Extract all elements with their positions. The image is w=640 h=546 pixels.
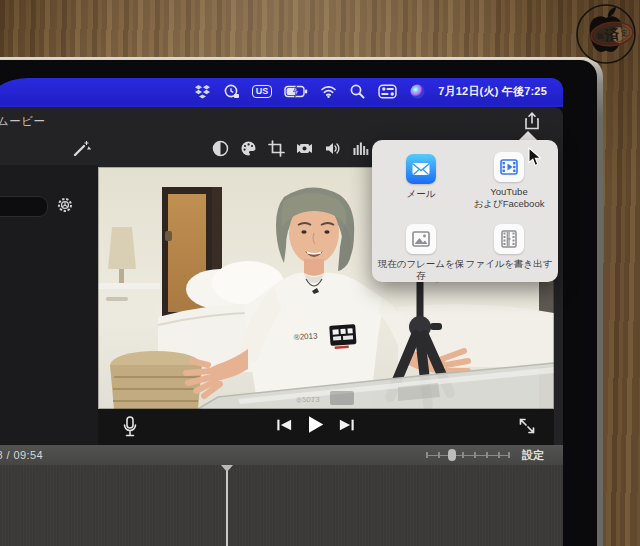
wifi-icon[interactable] [320, 83, 337, 100]
share-item-label: ファイルを書き出す [465, 258, 553, 270]
gear-icon[interactable] [56, 196, 74, 214]
stabilization-icon[interactable] [296, 140, 313, 157]
play-icon[interactable] [306, 415, 325, 434]
color-palette-icon[interactable] [240, 140, 257, 157]
enhance-wand-icon[interactable] [72, 139, 91, 158]
save-frame-icon [406, 224, 436, 254]
dropbox-icon[interactable] [194, 83, 211, 100]
share-button[interactable] [522, 111, 542, 131]
share-item-label: YouTube [490, 186, 527, 197]
siri-icon[interactable] [409, 83, 426, 100]
shirt-print-text: ®2013 [294, 331, 319, 342]
stamp-left: 鑑 [597, 32, 605, 40]
input-source-badge[interactable]: US [252, 85, 273, 98]
playback-bar [98, 409, 554, 445]
mail-icon [406, 154, 436, 184]
share-item-save-frame[interactable]: 現在のフレームを保存 [377, 224, 465, 282]
mic-icon[interactable] [122, 416, 138, 438]
share-item-label: 現在のフレームを保存 [377, 258, 465, 282]
timeline[interactable] [0, 465, 563, 546]
control-center-icon[interactable] [378, 83, 397, 100]
window-titlebar: ムービー [0, 107, 563, 134]
volume-icon[interactable] [324, 140, 341, 157]
clock-lock-icon[interactable] [223, 83, 240, 100]
previous-icon[interactable] [276, 418, 292, 432]
svg-text:®2013: ®2013 [296, 395, 320, 404]
playhead-line [226, 471, 228, 546]
menu-bar: US 7月12日(火) 午後7:25 [0, 78, 563, 105]
color-balance-icon[interactable] [212, 140, 229, 157]
settings-button[interactable]: 設定 [522, 448, 544, 463]
clip-zoom-slider[interactable] [426, 451, 510, 459]
crop-icon[interactable] [268, 140, 285, 157]
status-strip: 28 / 09:54 設定 [0, 445, 563, 465]
next-icon[interactable] [339, 418, 355, 432]
fullscreen-icon[interactable] [518, 417, 536, 435]
export-file-icon [494, 224, 524, 254]
project-title: ムービー [0, 114, 46, 129]
timecode: 28 / 09:54 [0, 449, 43, 461]
media-sidebar [0, 165, 98, 445]
share-item-mail[interactable]: メール [377, 154, 465, 200]
search-icon[interactable] [349, 83, 366, 100]
youtube-facebook-icon [494, 152, 524, 182]
menu-bar-clock[interactable]: 7月12日(火) 午後7:25 [438, 84, 547, 99]
share-item-label: メール [377, 188, 465, 200]
share-item-label2: およびFacebook [474, 198, 545, 209]
battery-charging-icon[interactable] [284, 83, 308, 100]
share-item-export-file[interactable]: ファイルを書き出す [465, 224, 553, 270]
stamp-center: 済 [603, 26, 621, 44]
watermark-apple-stamp: 鑑 済 定 [574, 1, 638, 67]
mouse-cursor [528, 147, 542, 167]
slider-thumb[interactable] [448, 449, 456, 461]
audio-eq-icon[interactable] [352, 140, 369, 157]
sidebar-field[interactable] [0, 196, 48, 217]
side-table [98, 283, 160, 327]
